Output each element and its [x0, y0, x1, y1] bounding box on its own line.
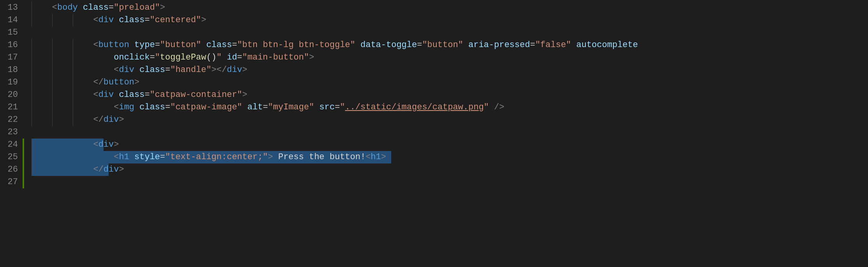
code-line[interactable]: <div class="catpaw-container"> — [26, 89, 868, 101]
token-brk: > — [134, 77, 139, 87]
token-tag: div — [227, 65, 242, 75]
token-txt — [222, 53, 227, 62]
code-line[interactable] — [26, 176, 868, 188]
token-fn: togglePaw — [160, 53, 206, 62]
token-attr: src — [319, 102, 335, 112]
line-number: 19 — [0, 76, 26, 89]
token-txt — [489, 102, 494, 112]
token-str: "button" — [422, 40, 463, 50]
token-txt: () — [206, 53, 216, 62]
token-brk: </ — [93, 115, 103, 125]
token-tag: h1 — [371, 152, 381, 162]
token-tag: div — [104, 165, 119, 174]
code-area[interactable]: <body class="preload"> <div class="cente… — [26, 0, 868, 267]
code-line[interactable]: <div class="handle"></div> — [26, 64, 868, 76]
token-str: " — [484, 102, 489, 112]
token-brk: > — [309, 53, 314, 62]
code-line[interactable]: <body class="preload"> — [26, 2, 868, 14]
token-str: "btn btn-lg btn-toggle" — [237, 40, 355, 50]
token-txt: = — [160, 152, 165, 162]
token-attr: id — [227, 53, 237, 62]
token-brk: </ — [93, 165, 103, 174]
token-attr: autocomplete — [576, 40, 638, 50]
token-txt: Press the button! — [273, 152, 366, 162]
token-txt — [134, 65, 139, 75]
token-brk: < — [93, 140, 98, 149]
line-number: 20 — [0, 89, 26, 101]
line-number: 14 — [0, 14, 26, 26]
line-number: 16 — [0, 39, 26, 51]
token-attr: class — [119, 15, 144, 25]
code-line[interactable]: <div class="centered"> — [26, 14, 868, 26]
token-txt — [129, 40, 134, 50]
token-txt — [78, 3, 83, 12]
token-tag: button — [98, 40, 129, 50]
token-str: "false" — [535, 40, 571, 50]
token-brk: > — [114, 140, 119, 149]
code-line[interactable]: <h1 style="text-align:center;"> Press th… — [26, 151, 868, 163]
token-brk: < — [114, 65, 119, 75]
token-str: "text-align:center;" — [165, 152, 268, 162]
code-line[interactable]: <button type="button" class="btn btn-lg … — [26, 39, 868, 51]
token-tag: img — [119, 102, 134, 112]
line-number: 18 — [0, 64, 26, 76]
token-txt: = — [237, 53, 242, 62]
token-txt: = — [530, 40, 535, 50]
line-number-gutter: 131415161718192021222324252627 — [0, 0, 26, 267]
line-number: 25 — [0, 151, 26, 163]
token-txt: = — [165, 102, 170, 112]
token-txt — [314, 102, 319, 112]
token-tag: div — [104, 115, 119, 125]
token-attr: style — [134, 152, 160, 162]
token-str: "preload" — [114, 3, 160, 12]
code-line[interactable]: </button> — [26, 76, 868, 89]
token-tag: h1 — [119, 152, 129, 162]
token-brk: </ — [93, 77, 103, 87]
code-line[interactable]: <div> — [26, 139, 868, 151]
token-txt — [114, 90, 119, 100]
token-txt: = — [155, 40, 160, 50]
token-attr: aria-pressed — [468, 40, 530, 50]
token-str-u: ../static/images/catpaw.png — [345, 102, 483, 112]
token-brk: < — [93, 15, 98, 25]
token-txt — [571, 40, 576, 50]
token-attr: onclick — [114, 53, 149, 62]
token-brk: < — [93, 40, 98, 50]
token-attr: class — [139, 102, 165, 112]
token-brk: < — [114, 152, 119, 162]
token-str: " — [340, 102, 345, 112]
token-txt: = — [417, 40, 422, 50]
token-txt — [201, 40, 206, 50]
token-tag: body — [57, 3, 78, 12]
code-line[interactable]: </div> — [26, 163, 868, 176]
token-brk: > — [119, 115, 124, 125]
token-brk: /> — [494, 102, 504, 112]
token-tag: div — [119, 65, 134, 75]
token-txt: = — [144, 15, 149, 25]
token-brk: > — [381, 152, 386, 162]
token-brk: < — [114, 102, 119, 112]
code-line[interactable]: <img class="catpaw-image" alt="myImage" … — [26, 101, 868, 114]
code-line[interactable] — [26, 126, 868, 139]
code-editor[interactable]: 131415161718192021222324252627 <body cla… — [0, 0, 868, 267]
token-str: "button" — [160, 40, 201, 50]
token-txt — [242, 102, 247, 112]
token-brk: > — [201, 15, 206, 25]
token-brk: > — [242, 65, 247, 75]
token-brk: > — [268, 152, 273, 162]
line-number: 13 — [0, 2, 26, 14]
token-brk: < — [52, 3, 57, 12]
code-line[interactable]: onclick="togglePaw()" id="main-button"> — [26, 51, 868, 64]
code-line[interactable] — [26, 26, 868, 39]
line-number: 22 — [0, 114, 26, 126]
token-txt: = — [150, 53, 155, 62]
code-line[interactable]: </div> — [26, 114, 868, 126]
token-attr: data-toggle — [360, 40, 417, 50]
line-number: 23 — [0, 126, 26, 139]
token-txt — [134, 102, 139, 112]
token-tag: div — [98, 90, 114, 100]
token-tag: div — [98, 15, 114, 25]
token-txt — [129, 152, 134, 162]
line-number: 26 — [0, 163, 26, 176]
token-tag: div — [98, 140, 114, 149]
